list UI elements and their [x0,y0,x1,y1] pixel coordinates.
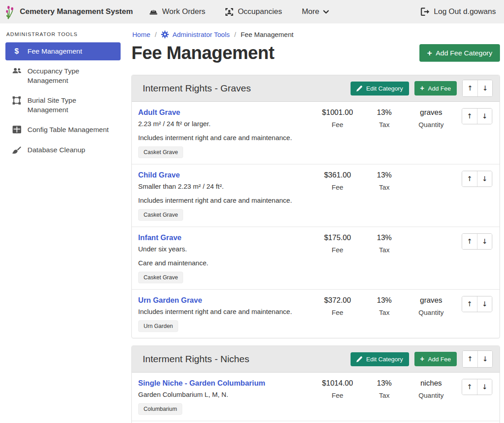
fee-quantity-label: Quantity [408,121,454,128]
move-fee-down-button[interactable]: ↓ [477,171,492,186]
add-fee-button[interactable]: + Add Fee [414,81,457,96]
fee-quantity-value: graves [408,108,454,117]
fee-amount-label: Fee [314,246,361,254]
move-fee-down-button[interactable]: ↓ [477,109,492,124]
fee-tax-value: 13% [361,296,408,305]
move-fee-up-button[interactable]: ↑ [462,109,477,124]
nav-item-work-orders[interactable]: Work Orders [149,7,205,16]
move-fee-down-button[interactable]: ↓ [477,234,492,249]
fee-row: Adult Grave 2.23 m² / 24 ft² or larger. … [132,102,500,164]
move-category-down-button[interactable]: ↓ [477,80,492,96]
fee-amount-label: Fee [314,391,361,399]
app-title: Cemetery Management System [20,7,133,16]
sidebar-item-database-cleanup[interactable]: Database Cleanup [5,141,121,159]
fee-name-link[interactable]: Child Grave [138,171,180,179]
add-fee-button[interactable]: + Add Fee [414,352,457,366]
fee-tax-column: 13% Tax [361,295,408,316]
fee-row: Single Niche - Garden Columbarium Garden… [132,373,500,421]
dollar-icon: $ [12,47,22,55]
fee-tax-value: 13% [361,233,408,242]
edit-category-button[interactable]: Edit Category [351,82,409,96]
move-category-up-button[interactable]: ↑ [463,80,477,96]
plus-icon: + [420,85,424,92]
fee-amount-column: $1001.00 Fee [314,107,361,128]
main-content: Home / [126,23,504,423]
edit-category-label: Edit Category [366,356,403,363]
breadcrumb-current: Fee Management [241,31,294,38]
fee-amount-column: $361.00 Fee [314,170,361,191]
sidebar-item-label: Burial Site Type Management [27,96,76,114]
category-title: Interment Rights - Graves [143,83,251,94]
fee-row: Infant Grave Under six years. Care and m… [132,227,500,290]
fee-description-2: Care and maintenance. [138,259,314,267]
sidebar-item-fee-management[interactable]: $ Fee Management [5,42,121,60]
logout-link[interactable]: Log Out d.gowans [421,7,496,16]
plus-icon: + [427,49,432,57]
fee-tax-value: 13% [361,171,408,180]
move-fee-up-button[interactable]: ↑ [462,171,477,186]
arrow-up-icon: ↑ [467,383,472,391]
fee-quantity-label: Quantity [408,391,454,399]
sign-out-icon [421,8,430,16]
sidebar-item-label: Config Table Management [27,125,109,134]
chevron-down-icon [323,10,329,14]
fee-tax-label: Tax [361,121,408,128]
fee-amount-column: $175.00 Fee [314,232,361,254]
fee-tag-badge: Casket Grave [138,272,183,283]
fee-tax-label: Tax [361,246,408,254]
sidebar-item-burial-site-type-management[interactable]: Burial Site Type Management [5,91,121,119]
add-fee-category-button[interactable]: + Add Fee Category [419,44,500,62]
breadcrumb-admin-tools-link[interactable]: Administrator Tools [161,31,230,38]
fee-name-link[interactable]: Single Niche - Garden Columbarium [138,379,265,387]
fee-categories-list: Interment Rights - Graves Edit Category … [131,75,500,423]
category-reorder-group: ↑ ↓ [462,350,493,368]
sidebar: ADMINISTRATOR TOOLS $ Fee Management Occ… [0,23,126,161]
table-icon [12,126,22,133]
main-nav: Work Orders Occupancies More [149,7,329,16]
fee-quantity-column: niches Quantity [408,378,454,399]
nav-label-more: More [302,7,320,16]
category-header: Interment Rights - Niches Edit Category … [132,346,500,373]
move-category-up-button[interactable]: ↑ [463,351,477,367]
fee-quantity-value: niches [408,379,454,388]
fee-name-link[interactable]: Urn Garden Grave [138,296,202,305]
fee-name-link[interactable]: Adult Grave [138,108,180,117]
breadcrumb: Home / [132,31,500,38]
move-fee-up-button[interactable]: ↑ [462,379,477,395]
move-fee-up-button[interactable]: ↑ [462,296,477,312]
top-navbar: Cemetery Management System Work Orders [0,0,504,23]
fee-quantity-label: Quantity [408,309,454,316]
arrow-up-icon: ↑ [467,355,473,363]
nav-item-occupancies[interactable]: Occupancies [225,7,282,16]
fee-description-2: Includes interment right and care and ma… [138,134,314,141]
fee-description: Smaller than 2.23 m² / 24 ft². [138,182,314,190]
nav-label-occupancies: Occupancies [238,7,282,16]
breadcrumb-home-link[interactable]: Home [132,31,150,38]
arrow-down-icon: ↓ [482,355,488,363]
nav-item-more[interactable]: More [302,7,329,16]
fee-reorder-group: ↑ ↓ [462,171,492,187]
gear-icon [161,31,169,38]
pencil-icon [356,356,363,362]
edit-category-button[interactable]: Edit Category [351,352,409,366]
sidebar-item-occupancy-type-management[interactable]: Occupancy Type Management [5,62,121,90]
fee-tag-badge: Columbarium [138,403,182,415]
occupancy-frame-icon [225,8,234,16]
move-fee-down-button[interactable]: ↓ [477,379,492,395]
fee-category-card: Interment Rights - Graves Edit Category … [131,75,500,338]
fee-description: Garden Columbarium L, M, N. [138,391,314,398]
move-category-down-button[interactable]: ↓ [477,351,492,367]
arrow-up-icon: ↑ [467,84,473,92]
fee-tax-column: 13% Tax [361,232,408,254]
move-fee-up-button[interactable]: ↑ [462,234,477,249]
add-fee-label: Add Fee [428,85,451,92]
category-header: Interment Rights - Graves Edit Category … [132,75,500,102]
fee-tag-badge: Casket Grave [138,209,183,221]
fee-row: Child Grave Smaller than 2.23 m² / 24 ft… [132,164,500,227]
sidebar-item-config-table-management[interactable]: Config Table Management [5,121,121,139]
arrow-up-icon: ↑ [467,112,472,120]
brand[interactable]: Cemetery Management System [4,4,133,20]
nav-label-work-orders: Work Orders [162,7,205,16]
move-fee-down-button[interactable]: ↓ [477,296,492,312]
fee-name-link[interactable]: Infant Grave [138,233,181,242]
